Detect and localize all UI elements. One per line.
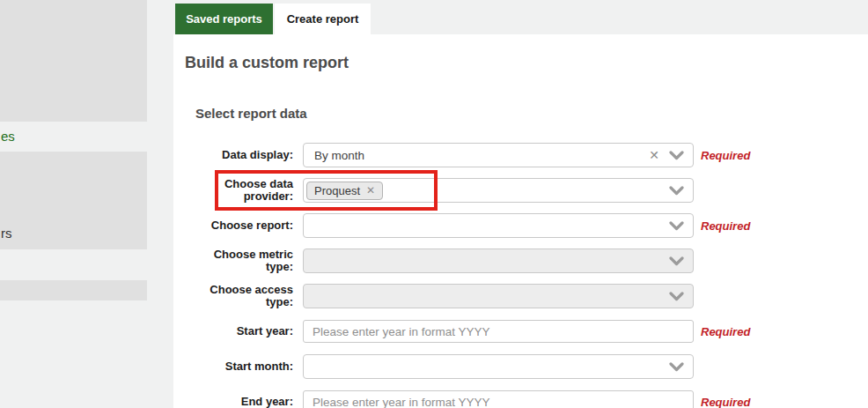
field-label: Start month: [195,360,293,373]
field-label: Choose access type: [195,284,293,308]
field-label: Data display: [195,149,293,161]
report-builder-page: es rs Saved reports Create report Build … [0,0,868,408]
sidebar-panel [0,0,147,122]
form-row-end-year: End year: Required [195,389,829,408]
sidebar-text-fragment: rs [1,226,12,241]
form-row-data-display: Data display: By month ✕ Required [195,143,829,167]
report-select[interactable] [303,213,694,238]
chevron-down-icon[interactable] [669,151,684,160]
form-row-start-year: Start year: Required [195,319,829,344]
form-row-access-type: Choose access type: [195,284,829,308]
field-label: Choose metric type: [195,249,293,273]
required-badge: Required [701,219,750,233]
field-label: Start year: [195,325,293,338]
page-title: Build a custom report [185,54,349,72]
required-badge: Required [701,325,750,338]
chevron-down-icon[interactable] [669,362,684,372]
end-year-input[interactable] [303,390,694,408]
access-type-select [303,284,694,308]
start-month-select[interactable] [303,354,694,379]
required-badge: Required [701,149,750,162]
chip-remove-icon[interactable]: ✕ [366,185,375,196]
chip-label: Proquest [314,184,360,197]
sidebar: es rs [0,0,173,408]
tab-saved-reports[interactable]: Saved reports [175,4,273,34]
field-label: End year: [195,396,293,408]
form-row-metric-type: Choose metric type: [195,249,829,273]
field-label: Choose data provider: [195,178,293,203]
data-provider-select[interactable]: Proquest ✕ [303,178,694,203]
chevron-down-icon[interactable] [669,221,684,231]
provider-chip: Proquest ✕ [306,182,383,200]
selected-value: By month [314,149,649,162]
tab-create-report[interactable]: Create report [275,4,371,34]
sidebar-panel [0,280,147,300]
sidebar-panel: rs [0,152,147,249]
chevron-down-icon[interactable] [669,186,684,196]
data-display-select[interactable]: By month ✕ [303,143,694,167]
form-row-start-month: Start month: [195,354,829,379]
start-year-input[interactable] [303,320,694,343]
form-row-data-provider: Choose data provider: Proquest ✕ [195,178,829,203]
section-title: Select report data [195,106,307,121]
sidebar-link-fragment[interactable]: es [1,129,15,144]
required-badge: Required [701,396,750,408]
metric-type-select [303,249,694,273]
chevron-down-icon [669,256,684,266]
tab-bar: Saved reports Create report [173,0,868,34]
custom-report-form: Data display: By month ✕ Required Choose… [195,143,829,408]
field-label: Choose report: [195,219,293,232]
form-row-report: Choose report: Required [195,213,829,238]
chevron-down-icon [669,292,684,301]
clear-icon[interactable]: ✕ [649,149,659,161]
